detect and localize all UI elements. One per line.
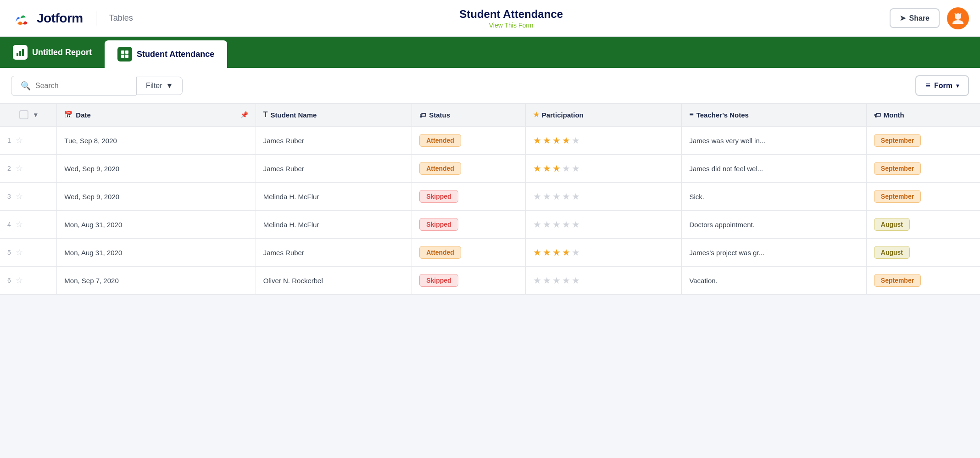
status-cell: Skipped <box>412 211 526 239</box>
month-cell: September <box>866 126 980 155</box>
notes-cell: Sick. <box>682 183 866 211</box>
notes-cell: Doctors appointment. <box>682 211 866 239</box>
row-num-cell: 1 ☆ <box>0 126 57 155</box>
svg-rect-5 <box>121 50 124 54</box>
form-chevron-icon: ▾ <box>956 83 959 89</box>
star-2: ★ <box>543 219 551 230</box>
month-cell: August <box>866 211 980 239</box>
row-number: 5 <box>7 249 11 256</box>
row-num-cell: 2 ☆ <box>0 155 57 183</box>
status-badge: Skipped <box>419 274 458 287</box>
form-label: Form <box>934 82 952 90</box>
student-col-icon: T <box>263 111 268 119</box>
tab-student-attendance[interactable]: Student Attendance <box>105 40 227 68</box>
svg-rect-7 <box>121 55 124 58</box>
notes-value: James was very well in... <box>689 137 765 145</box>
star-2: ★ <box>543 135 551 146</box>
star-3: ★ <box>552 275 561 286</box>
favorite-star[interactable]: ☆ <box>16 247 23 257</box>
search-box: 🔍 <box>11 76 136 96</box>
filter-icon: ▼ <box>166 82 173 90</box>
month-badge: September <box>874 134 921 147</box>
student-name-cell: James Ruber <box>256 155 412 183</box>
notes-cell: Vacation. <box>682 267 866 295</box>
status-badge: Skipped <box>419 218 458 231</box>
star-4: ★ <box>562 219 570 230</box>
form-list-icon: ≡ <box>925 81 930 90</box>
filter-button[interactable]: Filter ▼ <box>136 77 183 95</box>
student-name-cell: James Ruber <box>256 126 412 155</box>
student-name-value: Melinda H. McFlur <box>263 193 319 201</box>
pin-icon: 📌 <box>240 111 248 118</box>
date-cell: Tue, Sep 8, 2020 <box>57 126 256 155</box>
participation-cell: ★★★★★ <box>525 239 682 267</box>
select-all-checkbox[interactable] <box>19 110 28 119</box>
status-badge: Skipped <box>419 190 458 203</box>
share-label: Share <box>909 14 930 22</box>
student-name-value: Oliver N. Rockerbel <box>263 277 323 285</box>
star-1: ★ <box>533 219 541 230</box>
row-sort-chevron[interactable]: ▾ <box>34 111 37 118</box>
star-3: ★ <box>552 163 561 174</box>
star-5: ★ <box>572 219 580 230</box>
th-participation-label: Participation <box>542 111 584 119</box>
participation-cell: ★★★★★ <box>525 267 682 295</box>
filter-label: Filter <box>146 82 162 90</box>
jotform-logo-icon <box>11 8 31 28</box>
table-row: 6 ☆ Mon, Sep 7, 2020 Oliver N. Rockerbel… <box>0 267 980 295</box>
participation-cell: ★★★★★ <box>525 126 682 155</box>
notes-cell: James was very well in... <box>682 126 866 155</box>
favorite-star[interactable]: ☆ <box>16 219 23 229</box>
month-col-icon: 🏷 <box>874 111 881 119</box>
date-cell: Mon, Aug 31, 2020 <box>57 239 256 267</box>
notes-value: Sick. <box>689 193 704 201</box>
th-status-label: Status <box>429 111 450 119</box>
status-cell: Skipped <box>412 183 526 211</box>
month-badge: August <box>874 246 910 259</box>
student-name-value: Melinda H. McFlur <box>263 221 319 229</box>
th-student-name: T Student Name <box>256 104 412 126</box>
form-button[interactable]: ≡ Form ▾ <box>915 75 969 96</box>
participation-cell: ★★★★★ <box>525 155 682 183</box>
th-participation: ★ Participation <box>525 104 682 126</box>
notes-cell: James did not feel wel... <box>682 155 866 183</box>
th-date: 📅 Date 📌 <box>57 104 256 126</box>
svg-rect-2 <box>17 53 18 56</box>
star-5: ★ <box>572 275 580 286</box>
star-1: ★ <box>533 163 541 174</box>
tab-untitled-report[interactable]: Untitled Report <box>0 37 105 68</box>
month-cell: September <box>866 183 980 211</box>
row-number: 4 <box>7 221 11 228</box>
status-cell: Attended <box>412 126 526 155</box>
svg-rect-0 <box>11 8 31 28</box>
row-num-cell: 5 ☆ <box>0 239 57 267</box>
notes-cell: James's project was gr... <box>682 239 866 267</box>
avatar[interactable] <box>947 7 969 29</box>
search-input[interactable] <box>35 82 127 90</box>
header-center: Student Attendance View This Form <box>133 8 890 29</box>
month-badge: September <box>874 274 921 287</box>
favorite-star[interactable]: ☆ <box>16 163 23 173</box>
date-cell: Mon, Sep 7, 2020 <box>57 267 256 295</box>
date-value: Wed, Sep 9, 2020 <box>64 165 119 173</box>
th-status: 🏷 Status <box>412 104 526 126</box>
favorite-star[interactable]: ☆ <box>16 191 23 201</box>
star-3: ★ <box>552 219 561 230</box>
favorite-star[interactable]: ☆ <box>16 275 23 285</box>
date-cell: Wed, Sep 9, 2020 <box>57 183 256 211</box>
table-row: 3 ☆ Wed, Sep 9, 2020 Melinda H. McFlur S… <box>0 183 980 211</box>
share-button[interactable]: ➤ Share <box>890 8 940 28</box>
toolbar: 🔍 Filter ▼ ≡ Form ▾ <box>0 68 980 104</box>
header: Jotform Tables Student Attendance View T… <box>0 0 980 37</box>
month-cell: August <box>866 239 980 267</box>
star-5: ★ <box>572 135 580 146</box>
table-row: 2 ☆ Wed, Sep 9, 2020 James Ruber Attende… <box>0 155 980 183</box>
svg-rect-4 <box>22 49 24 56</box>
table-row: 5 ☆ Mon, Aug 31, 2020 James Ruber Attend… <box>0 239 980 267</box>
star-4: ★ <box>562 163 570 174</box>
date-value: Mon, Sep 7, 2020 <box>64 277 118 285</box>
view-form-link[interactable]: View This Form <box>133 22 890 29</box>
data-table: ▾ 📅 Date 📌 T Student Name <box>0 104 980 295</box>
status-cell: Skipped <box>412 267 526 295</box>
favorite-star[interactable]: ☆ <box>16 135 23 145</box>
